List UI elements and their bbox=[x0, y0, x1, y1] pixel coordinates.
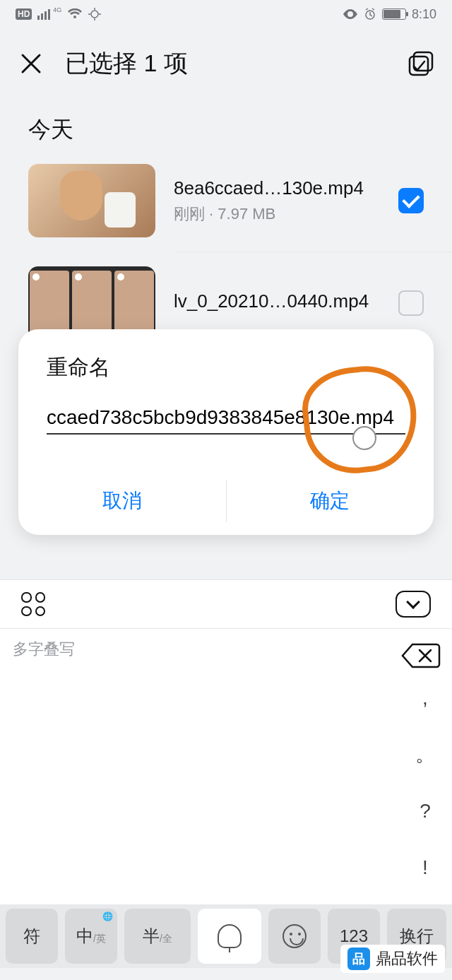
halfwidth-key[interactable]: 半/全 bbox=[124, 909, 191, 964]
section-today: 今天 bbox=[0, 99, 452, 155]
video-thumbnail bbox=[28, 164, 155, 237]
svg-rect-2 bbox=[414, 52, 432, 71]
voice-input-key[interactable] bbox=[198, 909, 261, 964]
file-name: 8ea6ccaed…130e.mp4 bbox=[174, 177, 387, 199]
file-item[interactable]: 8ea6ccaed…130e.mp4 刚刚 · 7.97 MB bbox=[0, 155, 452, 246]
handwriting-area[interactable]: 多字叠写 , 。 ? ! bbox=[0, 629, 452, 904]
touch-icon bbox=[88, 8, 101, 20]
checkbox-unchecked[interactable] bbox=[398, 290, 424, 316]
rename-dialog: 重命名 取消 确定 bbox=[18, 329, 434, 535]
rename-input[interactable] bbox=[47, 402, 405, 435]
punct-key[interactable]: ! bbox=[405, 848, 445, 887]
battery-icon bbox=[382, 8, 406, 20]
app-grid-icon[interactable] bbox=[21, 592, 45, 616]
smile-icon bbox=[282, 924, 307, 948]
language-key[interactable]: 🌐中/英 bbox=[65, 909, 117, 964]
eye-icon bbox=[343, 9, 358, 19]
file-subtitle: 刚刚 · 7.97 MB bbox=[174, 203, 387, 225]
punct-key[interactable]: ? bbox=[405, 791, 445, 831]
divider bbox=[177, 252, 452, 252]
globe-icon: 🌐 bbox=[102, 911, 113, 921]
network-label: 4G bbox=[53, 6, 61, 13]
punct-key[interactable]: 。 bbox=[405, 735, 445, 774]
microphone-icon bbox=[218, 924, 242, 948]
checkbox-checked[interactable] bbox=[398, 188, 424, 213]
clock-time: 8:10 bbox=[412, 7, 436, 22]
handwriting-hint: 多字叠写 bbox=[13, 639, 75, 660]
svg-rect-3 bbox=[410, 57, 428, 75]
page-title: 已选择 1 项 bbox=[65, 47, 188, 80]
chevron-down-icon bbox=[406, 595, 420, 609]
punctuation-column: , 。 ? ! bbox=[405, 678, 445, 887]
punct-key[interactable]: , bbox=[405, 678, 445, 718]
watermark-text: 鼎品软件 bbox=[376, 948, 438, 969]
dialog-title: 重命名 bbox=[18, 353, 434, 402]
emoji-key[interactable] bbox=[268, 909, 321, 964]
confirm-button[interactable]: 确定 bbox=[226, 467, 434, 535]
signal-icon bbox=[37, 9, 50, 20]
symbols-key[interactable]: 符 bbox=[6, 909, 58, 964]
wifi-icon bbox=[67, 8, 83, 20]
ime-toolbar bbox=[0, 579, 452, 629]
status-bar: HD 4G 8:10 bbox=[0, 0, 452, 28]
file-name: lv_0_20210…0440.mp4 bbox=[174, 290, 387, 312]
selection-header: 已选择 1 项 bbox=[0, 28, 452, 99]
close-icon[interactable] bbox=[17, 49, 45, 78]
backspace-icon[interactable] bbox=[401, 642, 441, 670]
svg-point-0 bbox=[91, 11, 98, 18]
hd-badge: HD bbox=[16, 8, 32, 20]
watermark: 品 鼎品软件 bbox=[340, 945, 445, 973]
alarm-icon bbox=[364, 8, 376, 20]
text-cursor-handle[interactable] bbox=[352, 426, 376, 450]
collapse-keyboard-icon[interactable] bbox=[396, 591, 431, 618]
select-all-icon[interactable] bbox=[407, 49, 435, 78]
cancel-button[interactable]: 取消 bbox=[18, 467, 226, 535]
watermark-logo: 品 bbox=[347, 947, 370, 970]
